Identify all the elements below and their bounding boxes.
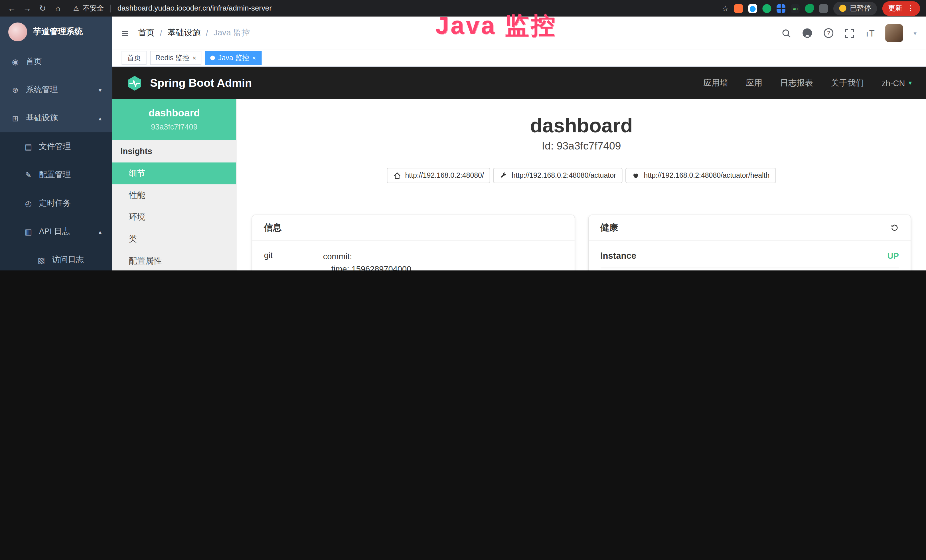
fullscreen-icon[interactable] — [844, 28, 855, 38]
health-card: 健康 Instance UP — [589, 215, 911, 271]
user-avatar[interactable] — [885, 24, 903, 42]
instance-title: dashboard — [237, 115, 926, 137]
extension-icon[interactable] — [762, 4, 771, 12]
chrome-toolbar: ☆ on 已暂停 更新 ⋮ — [722, 1, 920, 16]
sba-brand-label: Spring Boot Admin — [150, 76, 252, 89]
instance-home-link[interactable]: http://192.168.0.2:48080/ — [387, 168, 490, 183]
app-title: 芋道管理系统 — [33, 27, 83, 37]
link-label: http://192.168.0.2:48080/ — [405, 171, 484, 180]
sba-nav-about[interactable]: 关于我们 — [831, 77, 864, 88]
sba-menu-classes[interactable]: 类 — [112, 228, 236, 250]
extension-icon[interactable] — [819, 4, 828, 12]
sba-brand[interactable]: Spring Boot Admin — [126, 75, 252, 91]
profile-avatar-icon — [839, 5, 846, 12]
github-icon[interactable] — [802, 28, 813, 38]
sba-instance-header[interactable]: dashboard 93a3fc7f7409 — [112, 99, 236, 140]
info-card: 信息 git commit: time: 1596289704000 — [252, 215, 574, 271]
history-icon[interactable] — [890, 224, 899, 233]
chevron-down-icon[interactable]: ▾ — [914, 30, 916, 36]
sidebar-item-file-mgmt[interactable]: ▤ 文件管理 — [0, 132, 112, 160]
back-icon[interactable]: ← — [6, 3, 18, 13]
reload-icon[interactable]: ↻ — [36, 3, 48, 13]
close-icon[interactable]: × — [253, 55, 256, 61]
extension-icon[interactable] — [748, 4, 757, 12]
sidebar-item-scheduled-jobs[interactable]: ◴ 定时任务 — [0, 189, 112, 217]
chevron-down-icon: ▾ — [99, 86, 101, 93]
sba-menu-environment[interactable]: 环境 — [112, 206, 236, 228]
sba-navbar: Spring Boot Admin 应用墙 应用 日志报表 关于我们 zh-CN… — [112, 67, 926, 99]
sidebar-item-home[interactable]: ◉ 首页 — [0, 47, 112, 76]
breadcrumb: 首页 / 基础设施 / Java 监控 — [138, 28, 250, 38]
file-icon: ▤ — [24, 142, 33, 151]
help-icon[interactable]: ? — [823, 28, 834, 38]
search-icon[interactable] — [781, 28, 791, 38]
chevron-up-icon: ▴ — [99, 228, 101, 235]
font-size-icon[interactable]: тT — [865, 28, 875, 38]
instance-actuator-link[interactable]: http://192.168.0.2:48080/actuator — [493, 168, 623, 183]
access-log-icon: ▧ — [36, 256, 46, 265]
extension-icon[interactable] — [734, 4, 743, 12]
close-icon[interactable]: × — [192, 55, 196, 61]
instance-health-link[interactable]: http://192.168.0.2:48080/actuator/health — [625, 168, 776, 183]
edit-icon: ✎ — [24, 170, 33, 179]
profile-paused-badge[interactable]: 已暂停 — [833, 2, 877, 15]
gear-icon: ⊛ — [11, 85, 20, 94]
address-bar[interactable]: ⚠ 不安全 dashboard.yudao.iocoder.cn/infra/a… — [73, 3, 272, 13]
sba-nav-applications[interactable]: 应用 — [746, 77, 762, 88]
sba-nav-wallboard[interactable]: 应用墙 — [703, 77, 728, 88]
sba-menu-config-props[interactable]: 配置属性 — [112, 250, 236, 271]
sidebar-item-label: 首页 — [26, 56, 42, 67]
chevron-up-icon: ▴ — [99, 115, 101, 121]
tab-home[interactable]: 首页 — [122, 51, 147, 65]
home-icon[interactable]: ⌂ — [52, 3, 64, 13]
extension-icon[interactable] — [805, 4, 814, 12]
link-label: http://192.168.0.2:48080/actuator/health — [644, 171, 770, 180]
tab-label: Java 监控 — [218, 53, 249, 63]
health-status-badge: UP — [887, 251, 899, 260]
sba-instance-id: 93a3fc7f7409 — [118, 123, 230, 131]
heart-icon — [632, 172, 640, 179]
instance-subtitle: Id: 93a3fc7f7409 — [237, 140, 926, 153]
sba-menu-metrics[interactable]: 性能 — [112, 184, 236, 206]
sba-language-select[interactable]: zh-CN ▾ — [882, 78, 912, 88]
sba-menu-details[interactable]: 细节 — [112, 162, 236, 184]
forward-icon[interactable]: → — [21, 3, 33, 13]
extension-icon[interactable] — [776, 4, 785, 12]
breadcrumb-item[interactable]: 首页 — [138, 28, 154, 38]
info-line: time: 1596289704000 — [323, 263, 563, 271]
app-header: ≡ 首页 / 基础设施 / Java 监控 ? — [112, 17, 926, 50]
app-logo[interactable]: 芋道管理系统 — [0, 17, 112, 47]
extension-icon[interactable]: on — [791, 4, 800, 12]
sidebar-menu: ◉ 首页 ⊛ 系统管理 ▾ ⊞ 基础设施 ▴ ▤ 文件管理 — [0, 47, 112, 271]
sidebar-item-api-logs[interactable]: ▥ API 日志 ▴ — [0, 217, 112, 246]
chrome-update-button[interactable]: 更新 ⋮ — [882, 1, 920, 16]
tab-label: 首页 — [127, 53, 141, 63]
home-icon — [393, 172, 401, 179]
tab-java-monitor[interactable]: Java 监控 × — [205, 51, 262, 65]
bookmark-star-icon[interactable]: ☆ — [722, 4, 729, 12]
sidebar-item-config-mgmt[interactable]: ✎ 配置管理 — [0, 160, 112, 189]
sidebar-item-label: 基础设施 — [26, 113, 58, 124]
sidebar-item-infrastructure[interactable]: ⊞ 基础设施 ▴ — [0, 104, 112, 132]
sba-language-value: zh-CN — [882, 78, 905, 88]
active-dot — [210, 56, 215, 61]
wrench-icon — [500, 172, 508, 179]
collapse-sidebar-icon[interactable]: ≡ — [122, 26, 129, 40]
paused-label: 已暂停 — [850, 3, 871, 13]
info-git-row: git commit: time: 1596289704000 id: 27aa… — [264, 251, 563, 271]
tab-redis-monitor[interactable]: Redis 监控 × — [150, 51, 202, 65]
app-sidebar: 芋道管理系统 ◉ 首页 ⊛ 系统管理 ▾ ⊞ 基础设施 ▴ — [0, 17, 112, 271]
sidebar-item-access-logs[interactable]: ▧ 访问日志 — [0, 246, 112, 271]
health-instance-row[interactable]: Instance UP — [600, 251, 899, 268]
breadcrumb-item[interactable]: 基础设施 — [167, 28, 200, 38]
sidebar-item-label: 系统管理 — [26, 85, 58, 95]
breadcrumb-current: Java 监控 — [213, 28, 250, 38]
sidebar-item-system-mgmt[interactable]: ⊛ 系统管理 ▾ — [0, 76, 112, 104]
dashboard-icon: ◉ — [11, 57, 20, 66]
sba-nav-links: 应用墙 应用 日志报表 关于我们 zh-CN ▾ — [703, 77, 912, 88]
sidebar-item-label: 配置管理 — [39, 170, 71, 180]
sidebar-item-label: 定时任务 — [39, 198, 71, 209]
sba-nav-journal[interactable]: 日志报表 — [780, 77, 813, 88]
breadcrumb-separator: / — [160, 28, 162, 38]
logo-avatar — [8, 23, 27, 41]
